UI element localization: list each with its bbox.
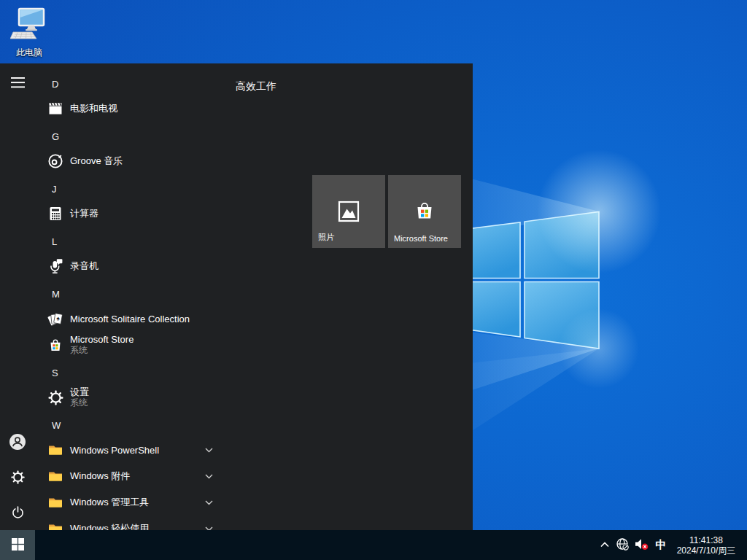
start-menu-rail	[0, 63, 35, 530]
hamburger-menu-icon	[11, 77, 25, 90]
tile-label: 照片	[318, 232, 334, 243]
solitaire-icon: ♠	[47, 310, 64, 327]
app-item-settings[interactable]: 设置 系统	[35, 383, 222, 412]
store-icon	[47, 336, 64, 354]
user-account-icon	[9, 433, 26, 453]
app-item-solitaire[interactable]: ♠ Microsoft Solitaire Collection	[35, 306, 222, 331]
start-button[interactable]	[0, 530, 35, 560]
tile-label: Microsoft Store	[394, 234, 448, 243]
photos-icon	[336, 199, 361, 227]
taskbar: 中 11:41:38 2024/7/10/周三	[0, 530, 747, 560]
taskbar-clock[interactable]: 11:41:38 2024/7/10/周三	[670, 535, 742, 556]
show-hidden-icons-button[interactable]	[597, 530, 613, 560]
letter-label: L	[52, 236, 57, 247]
folder-item-powershell[interactable]: Windows PowerShell	[35, 438, 222, 462]
volume-button[interactable]	[632, 530, 651, 560]
chevron-down-icon	[205, 500, 213, 505]
app-label: 录音机	[70, 260, 98, 273]
folder-icon	[47, 467, 64, 485]
letter-label: S	[52, 368, 58, 378]
folder-label: Windows 附件	[70, 470, 130, 483]
store-icon	[413, 199, 436, 225]
app-item-movies-tv[interactable]: 电影和电视	[35, 96, 222, 121]
ime-indicator[interactable]: 中	[651, 530, 670, 560]
letter-header-w[interactable]: W	[35, 419, 222, 432]
clock-time: 11:41:38	[670, 535, 742, 545]
start-menu: D 电影和电视 G Groove 音乐 J	[0, 63, 473, 530]
folder-icon	[47, 520, 64, 530]
expand-menu-button[interactable]	[0, 66, 35, 101]
start-windows-icon	[12, 538, 24, 553]
letter-header-s[interactable]: S	[35, 366, 222, 379]
app-label: Groove 音乐	[70, 155, 123, 168]
letter-header-g[interactable]: G	[35, 130, 222, 143]
app-label: 设置	[70, 386, 89, 397]
app-label: Microsoft Store	[70, 334, 133, 345]
letter-label: M	[52, 289, 60, 300]
folder-label: Windows 管理工具	[70, 496, 149, 509]
app-item-groove[interactable]: Groove 音乐	[35, 149, 222, 174]
letter-label: W	[52, 420, 61, 431]
network-globe-icon	[616, 537, 630, 553]
rail-settings-button[interactable]	[0, 461, 35, 496]
folder-item-admin-tools[interactable]: Windows 管理工具	[35, 490, 222, 515]
app-item-voice-recorder[interactable]: 录音机	[35, 254, 222, 279]
user-account-button[interactable]	[0, 425, 35, 460]
folder-item-ease-of-access[interactable]: Windows 轻松使用	[35, 516, 222, 530]
voice-recorder-icon	[47, 257, 64, 275]
power-button[interactable]	[0, 496, 35, 530]
letter-label: G	[52, 131, 59, 142]
app-label: 电影和电视	[70, 102, 117, 115]
app-item-calculator[interactable]: 计算器	[35, 201, 222, 226]
this-pc-icon	[10, 32, 48, 44]
app-label: 计算器	[70, 207, 98, 220]
app-item-microsoft-store[interactable]: Microsoft Store 系统	[35, 330, 222, 359]
folder-icon	[47, 494, 64, 511]
letter-header-d[interactable]: D	[35, 77, 222, 90]
hidden-icons-chevron	[600, 540, 610, 551]
groove-music-icon	[47, 152, 64, 170]
volume-muted-icon	[635, 538, 649, 553]
settings-gear-icon	[10, 470, 26, 487]
folder-label: Windows 轻松使用	[70, 522, 149, 530]
letter-header-j[interactable]: J	[35, 182, 222, 195]
settings-gear-icon	[47, 389, 64, 406]
letter-label: J	[52, 184, 57, 195]
clock-date: 2024/7/10/周三	[670, 545, 742, 556]
system-tray: 中 11:41:38 2024/7/10/周三	[597, 530, 747, 560]
power-icon	[10, 505, 26, 522]
tile-microsoft-store[interactable]: Microsoft Store	[388, 175, 461, 248]
folder-item-accessories[interactable]: Windows 附件	[35, 464, 222, 489]
chevron-down-icon	[205, 474, 213, 479]
letter-header-m[interactable]: M	[35, 287, 222, 300]
movies-tv-icon	[47, 100, 64, 117]
chevron-down-icon	[205, 448, 213, 453]
network-status-button[interactable]	[613, 530, 632, 560]
letter-label: D	[52, 79, 58, 90]
app-sublabel: 系统	[70, 397, 89, 408]
folder-label: Windows PowerShell	[70, 445, 159, 456]
calculator-icon	[47, 205, 64, 222]
tile-group-header[interactable]: 高效工作	[236, 80, 276, 93]
folder-icon	[47, 441, 64, 459]
tile-photos[interactable]: 照片	[312, 175, 385, 248]
desktop-icon-this-pc[interactable]: 此电脑	[6, 7, 53, 59]
letter-header-l[interactable]: L	[35, 235, 222, 248]
desktop-icon-label: 此电脑	[6, 47, 53, 59]
app-sublabel: 系统	[70, 345, 133, 356]
app-label: Microsoft Solitaire Collection	[70, 314, 190, 324]
